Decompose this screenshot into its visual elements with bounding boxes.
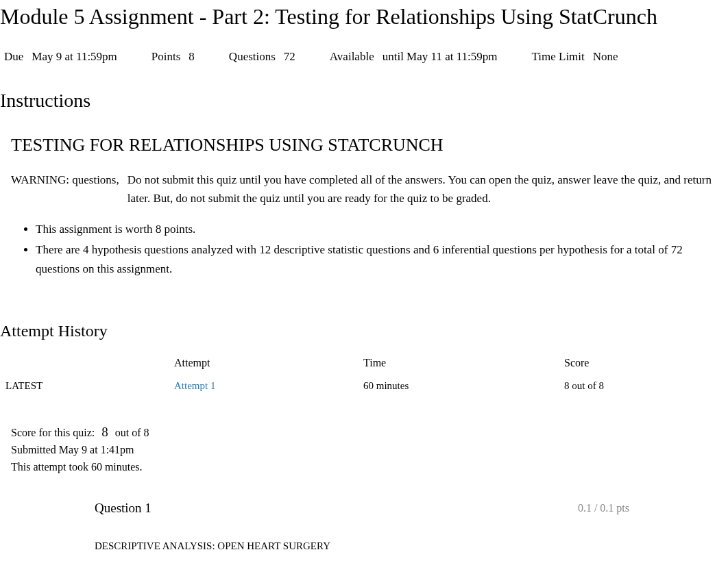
meta-due: Due May 9 at 11:59pm <box>4 50 117 64</box>
duration-line: This attempt took 60 minutes. <box>11 459 728 476</box>
instructions-heading: Instructions <box>0 90 728 112</box>
bullet-item: There are 4 hypothesis questions analyze… <box>36 240 717 279</box>
attempt-score: 8 out of 8 <box>559 375 728 397</box>
page-title: Module 5 Assignment - Part 2: Testing fo… <box>0 4 728 29</box>
table-row: LATEST Attempt 1 60 minutes 8 out of 8 <box>0 375 728 397</box>
points-label: Points <box>151 50 181 64</box>
score-summary: Score for this quiz: 8 out of 8 Submitte… <box>11 422 728 476</box>
question-label: Question 1 <box>95 501 151 516</box>
warning-block: WARNING: questions, Do not submit this q… <box>11 171 717 208</box>
meta-questions: Questions 72 <box>229 50 295 64</box>
warning-label: WARNING: questions, <box>11 171 119 208</box>
col-header-status <box>0 351 169 375</box>
warning-label-text: WARNING: questions, <box>11 171 119 190</box>
timelimit-label: Time Limit <box>531 50 584 64</box>
attempt-time: 60 minutes <box>358 375 559 397</box>
question-section-title: DESCRIPTIVE ANALYSIS: OPEN HEART SURGERY <box>95 540 629 552</box>
instructions-bullets: This assignment is worth 8 points. There… <box>11 220 717 279</box>
questions-label: Questions <box>229 50 276 64</box>
warning-text: Do not submit this quiz until you have c… <box>128 171 717 208</box>
submitted-line: Submitted May 9 at 1:41pm <box>11 442 728 459</box>
attempt-history-table: Attempt Time Score LATEST Attempt 1 60 m… <box>0 351 728 397</box>
col-header-time: Time <box>358 351 559 375</box>
question-card: Question 1 0.1 / 0.1 pts DESCRIPTIVE ANA… <box>75 488 643 563</box>
available-label: Available <box>330 50 374 64</box>
bullet-item: This assignment is worth 8 points. <box>36 220 717 239</box>
col-header-score: Score <box>559 351 728 375</box>
score-label: Score for this quiz: <box>11 425 95 442</box>
meta-available: Available until May 11 at 11:59pm <box>330 50 498 64</box>
attempt-history-heading: Attempt History <box>0 322 728 340</box>
question-pts: 0.1 / 0.1 pts <box>578 502 629 514</box>
instructions-box: TESTING FOR RELATIONSHIPS USING STATCRUN… <box>0 125 728 297</box>
points-value: 8 <box>189 50 195 64</box>
score-earned: 8 <box>101 422 108 442</box>
assignment-meta-row: Due May 9 at 11:59pm Points 8 Questions … <box>0 42 728 72</box>
attempt-link[interactable]: Attempt 1 <box>174 380 215 391</box>
due-label: Due <box>4 50 23 64</box>
due-value: May 9 at 11:59pm <box>32 50 117 64</box>
col-header-attempt: Attempt <box>169 351 358 375</box>
question-body: DESCRIPTIVE ANALYSIS: OPEN HEART SURGERY… <box>95 540 629 563</box>
score-outof: out of 8 <box>115 425 149 442</box>
score-line: Score for this quiz: 8 out of 8 <box>11 422 728 442</box>
question-header: Question 1 0.1 / 0.1 pts <box>95 501 629 516</box>
meta-points: Points 8 <box>151 50 195 64</box>
table-header-row: Attempt Time Score <box>0 351 728 375</box>
timelimit-value: None <box>593 50 618 64</box>
questions-value: 72 <box>284 50 295 64</box>
available-value: until May 11 at 11:59pm <box>383 50 498 64</box>
attempt-status: LATEST <box>0 375 169 397</box>
instructions-title: TESTING FOR RELATIONSHIPS USING STATCRUN… <box>11 135 717 155</box>
meta-timelimit: Time Limit None <box>531 50 618 64</box>
